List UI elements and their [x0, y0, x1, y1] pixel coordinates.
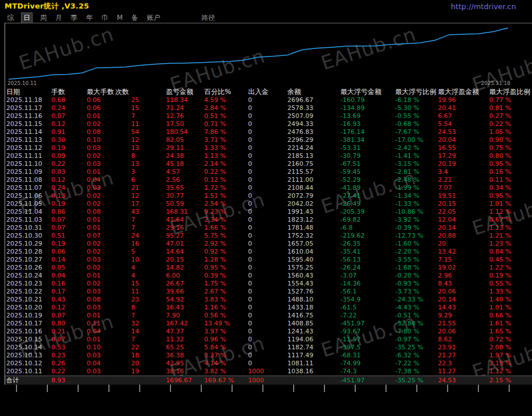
menu-item-10[interactable]: 账户	[145, 13, 161, 23]
cell: 0.43	[50, 296, 86, 304]
app-url-link[interactable]: http://mtdriver.cn	[451, 2, 516, 11]
cell: -7.80 %	[394, 328, 437, 336]
cell: 0.07	[50, 336, 86, 344]
menu-item-2[interactable]: 日	[21, 13, 33, 23]
cell: 0.01	[86, 168, 114, 176]
cell: 0.24	[50, 184, 86, 192]
table-row[interactable]: 2025.11.110.090.02824.381.13 %02185.13-3…	[5, 152, 532, 160]
cell: 0	[247, 104, 286, 112]
column-header: 最大手数	[86, 87, 114, 96]
cell: 2025.11.16	[5, 112, 50, 120]
menu-item-3[interactable]: 周	[39, 13, 48, 23]
table-row[interactable]: 2025.10.310.070.01729.161.66 %01781.48-6…	[5, 224, 532, 232]
table-row[interactable]: 2025.10.190.070.0177.900.56 %01416.75-7.…	[5, 312, 532, 320]
table-row[interactable]: 2025.10.300.510.072495.275.75 %01752.32-…	[5, 232, 532, 240]
cell: 20.88	[437, 232, 488, 240]
cell: 24.53	[437, 128, 488, 136]
cell: 0	[247, 352, 286, 360]
cell: 0	[247, 240, 286, 248]
table-row[interactable]: 2025.11.120.190.031329.111.33 %02214.24-…	[5, 144, 532, 152]
cell: 0.19	[50, 144, 86, 152]
cell: 0.19 %	[488, 272, 532, 280]
menu-item-7[interactable]: 巾	[100, 13, 109, 23]
table-row[interactable]: 2025.10.110.220.031938.163.82 %10001038.…	[5, 368, 532, 376]
table-row[interactable]: 2025.11.030.070.01741.642.34 %01823.12-6…	[5, 216, 532, 224]
table-row[interactable]: 2025.10.200.120.03816.431.16 %01433.18-6…	[5, 304, 532, 312]
table-row[interactable]: 2025.11.170.240.061571.242.84 %02578.33-…	[5, 104, 532, 112]
cell: 118.34	[165, 96, 203, 104]
table-row[interactable]: 2025.10.130.230.031836.383.37 %01117.49-…	[5, 352, 532, 360]
table-row[interactable]: 2025.11.060.130.021230.771.51 %02072.79-…	[5, 192, 532, 200]
table-total-row[interactable]: 合计8.931696.67169.67 %1000-451.97-35.25 %…	[5, 376, 532, 385]
cell: 19	[114, 368, 165, 376]
table-row[interactable]: 2025.11.130.300.101282.053.71 %02296.29-…	[5, 136, 532, 144]
cell: 0	[247, 216, 286, 224]
cell: 169.67 %	[203, 376, 247, 385]
cell: 1.65 %	[488, 328, 532, 336]
table-row[interactable]: 2025.10.270.140.031020.151.28 %01595.40-…	[5, 256, 532, 264]
column-header: 最大浮亏比例	[394, 87, 437, 96]
menu-item-4[interactable]: 月	[54, 13, 63, 23]
cell: 0.02	[86, 248, 114, 256]
cell: 32	[114, 320, 165, 328]
table-row[interactable]: 2025.10.220.170.031139.662.67 %01527.76-…	[5, 288, 532, 296]
table-row[interactable]: 2025.10.160.210.041447.373.97 %01241.43-…	[5, 328, 532, 336]
table-row[interactable]: 2025.10.210.430.082354.923.83 %01488.10-…	[5, 296, 532, 304]
table-row[interactable]: 2025.10.290.190.021647.012.92 %01657.05-…	[5, 240, 532, 248]
table-row[interactable]: 2025.11.040.860.0843168.319.23 %01991.43…	[5, 208, 532, 216]
table-row[interactable]: 2025.10.260.050.02414.820.95 %01575.25-2…	[5, 264, 532, 272]
table-row[interactable]: 2025.10.230.160.021526.671.75 %01554.43-…	[5, 280, 532, 288]
table-row[interactable]: 2025.10.140.530.102265.255.84 %01182.74-…	[5, 344, 532, 352]
table-row[interactable]: 2025.11.160.070.01712.760.51 %02507.09-1…	[5, 112, 532, 120]
cell: 8.62	[437, 336, 488, 344]
cell: 0.02	[86, 264, 114, 272]
table-row[interactable]: 2025.11.090.030.0134.570.22 %02115.57-59…	[5, 168, 532, 176]
cell: 3.4	[437, 168, 488, 176]
axis-tick	[108, 385, 109, 392]
table-row[interactable]: 2025.10.120.260.042042.954.14 %01081.11-…	[5, 360, 532, 368]
table-row[interactable]: 2025.10.240.040.0146.000.39 %01560.43-3.…	[5, 272, 532, 280]
cell: 45.18	[165, 160, 203, 168]
cell: 2160.75	[286, 160, 339, 168]
cell: 1657.05	[286, 240, 339, 248]
axis-tick	[47, 385, 48, 392]
table-row[interactable]: 2025.11.140.910.0854180.547.86 %02476.83…	[5, 128, 532, 136]
cell: 0.45 %	[488, 256, 532, 264]
cell: 2072.79	[286, 192, 339, 200]
cell: 1595.40	[286, 256, 339, 264]
cell: 0.01	[86, 224, 114, 232]
cell: 2025.10.21	[5, 296, 50, 304]
table-row[interactable]: 2025.11.180.680.0625118.344.59 %02696.67…	[5, 96, 532, 104]
axis-tick	[293, 385, 294, 392]
menu-item-8[interactable]: M	[116, 14, 124, 22]
cell: -0.51 %	[394, 312, 437, 320]
table-row[interactable]: 2025.11.100.220.031345.182.14 %02160.75-…	[5, 160, 532, 168]
axis-tick	[78, 385, 79, 392]
cell: -69.82	[339, 216, 394, 224]
cell: -26.35	[339, 240, 394, 248]
cell: 29.16	[165, 224, 203, 232]
menu-item-5[interactable]: 季	[70, 13, 79, 23]
cell: 23	[114, 296, 165, 304]
cell: 0.17	[50, 288, 86, 296]
cell: -6.32 %	[394, 352, 437, 360]
table-row[interactable]: 2025.11.150.120.021117.500.71 %02494.33-…	[5, 120, 532, 128]
cell: -205.39	[339, 208, 394, 216]
table-row[interactable]: 2025.11.070.240.032135.651.72 %02108.44-…	[5, 184, 532, 192]
cell: -7.22	[339, 312, 394, 320]
column-header: 最大浮亏金额	[339, 87, 394, 96]
table-row[interactable]: 2025.11.050.190.021750.592.54 %02042.02-…	[5, 200, 532, 208]
column-header: 盈亏金额	[165, 87, 203, 96]
table-row[interactable]: 2025.10.280.060.02514.640.92 %01610.04-3…	[5, 248, 532, 256]
cell: 21.27	[437, 352, 488, 360]
menu-item-1[interactable]: 综	[6, 13, 15, 23]
cell: -451.97	[339, 376, 394, 385]
menu-item-path[interactable]: 路径	[201, 13, 215, 23]
table-row[interactable]: 2025.11.080.120.0462.560.12 %02111.00-52…	[5, 176, 532, 184]
table-row[interactable]: 2025.10.170.800.1132167.4213.49 %01408.8…	[5, 320, 532, 328]
menu-item-6[interactable]: 年	[85, 13, 94, 23]
menu-item-9[interactable]: 备	[130, 13, 139, 23]
cell: 7	[114, 112, 165, 120]
table-row[interactable]: 2025.10.150.070.01711.320.96 %01194.06-1…	[5, 336, 532, 344]
cell: 2578.33	[286, 104, 339, 112]
